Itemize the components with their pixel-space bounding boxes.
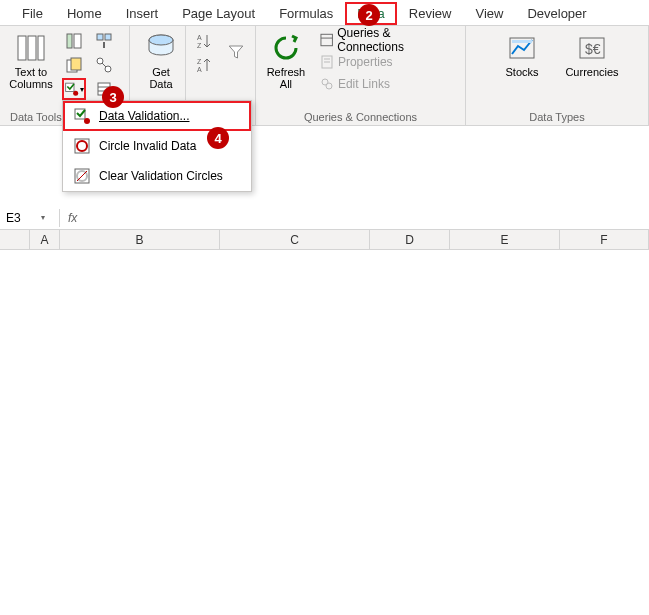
- col-head-a[interactable]: A: [30, 230, 60, 249]
- tab-page-layout[interactable]: Page Layout: [170, 2, 267, 25]
- flash-fill-button[interactable]: [62, 30, 86, 52]
- filter-button[interactable]: [222, 30, 249, 74]
- svg-rect-30: [512, 40, 532, 43]
- svg-text:Z: Z: [197, 58, 202, 65]
- tab-insert[interactable]: Insert: [114, 2, 171, 25]
- col-head-b[interactable]: B: [60, 230, 220, 249]
- tab-home[interactable]: Home: [55, 2, 114, 25]
- sort-desc-button[interactable]: ZA: [192, 54, 216, 76]
- callout-badge-3: 3: [102, 86, 124, 108]
- col-head-e[interactable]: E: [450, 230, 560, 249]
- col-head-c[interactable]: C: [220, 230, 370, 249]
- text-to-columns-button[interactable]: Text to Columns: [6, 30, 56, 100]
- svg-point-34: [84, 118, 90, 124]
- svg-rect-1: [28, 36, 36, 60]
- data-validation-button[interactable]: ▾: [62, 78, 86, 100]
- svg-rect-0: [18, 36, 26, 60]
- col-head-d[interactable]: D: [370, 230, 450, 249]
- svg-text:$€: $€: [585, 41, 601, 57]
- svg-rect-22: [321, 34, 332, 45]
- svg-point-17: [149, 35, 173, 45]
- consolidate-button[interactable]: [92, 30, 116, 52]
- ribbon-tabs: File Home Insert Page Layout Formulas Da…: [0, 0, 649, 26]
- svg-point-28: [326, 83, 332, 89]
- edit-links-button: Edit Links: [316, 74, 459, 94]
- get-data-button[interactable]: Get Data: [136, 30, 186, 90]
- properties-button: Properties: [316, 52, 459, 72]
- relationships-button[interactable]: [92, 54, 116, 76]
- svg-rect-9: [97, 34, 103, 40]
- tab-developer[interactable]: Developer: [515, 2, 598, 25]
- chevron-down-icon[interactable]: ▾: [21, 213, 45, 222]
- callout-badge-2: 2: [358, 4, 380, 26]
- name-box[interactable]: E3▾: [0, 209, 60, 227]
- tab-view[interactable]: View: [463, 2, 515, 25]
- svg-text:A: A: [197, 66, 202, 73]
- svg-point-8: [73, 91, 78, 96]
- svg-text:Z: Z: [197, 42, 202, 49]
- tab-file[interactable]: File: [10, 2, 55, 25]
- svg-text:A: A: [197, 34, 202, 41]
- currencies-button[interactable]: $€ Currencies: [567, 30, 617, 78]
- svg-rect-3: [67, 34, 72, 48]
- remove-duplicates-button[interactable]: [62, 54, 86, 76]
- col-head-f[interactable]: F: [560, 230, 649, 249]
- fx-icon[interactable]: fx: [60, 211, 85, 225]
- queries-connections-button[interactable]: Queries & Connections: [316, 30, 459, 50]
- group-label-queries: Queries & Connections: [262, 109, 459, 123]
- callout-badge-4: 4: [207, 127, 229, 149]
- menu-clear-circles[interactable]: Clear Validation Circles: [63, 161, 251, 191]
- tab-review[interactable]: Review: [397, 2, 464, 25]
- svg-rect-10: [105, 34, 111, 40]
- stocks-button[interactable]: Stocks: [497, 30, 547, 78]
- formula-bar: E3▾ fx: [0, 206, 649, 230]
- tab-formulas[interactable]: Formulas: [267, 2, 345, 25]
- group-label-data-types: Data Types: [472, 109, 642, 123]
- spreadsheet-grid[interactable]: A B C D E F 12345678910111213 Creating C…: [0, 230, 649, 250]
- refresh-all-button[interactable]: Refresh All: [262, 30, 310, 94]
- select-all-corner[interactable]: [0, 230, 30, 249]
- sort-asc-button[interactable]: AZ: [192, 30, 216, 52]
- svg-rect-4: [74, 34, 81, 48]
- svg-rect-6: [71, 58, 81, 70]
- menu-data-validation[interactable]: Data Validation...: [63, 101, 251, 131]
- svg-rect-2: [38, 36, 44, 60]
